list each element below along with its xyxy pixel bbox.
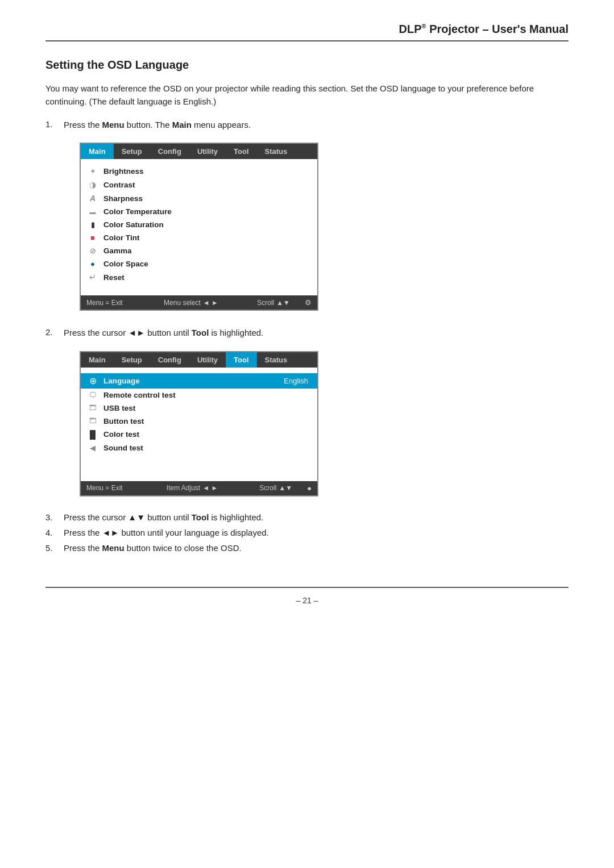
step-5-number: 5. [45,543,64,553]
footer-menu-select-label-1: Menu select [164,299,201,307]
colorsat-icon [86,220,99,229]
step-1: 1. Press the Menu button. The Main menu … [45,119,569,132]
sharpness-icon [86,194,99,203]
footer-bar: – 21 – [45,587,569,605]
language-value: English [284,377,308,385]
step-4-number: 4. [45,528,64,537]
button-label: Button test [103,417,144,425]
footer-item-adjust-label-2: Item Adjust [167,484,200,492]
nav-config-1: Config [150,144,189,159]
brightness-icon [86,167,99,176]
osd-menu-2: Main Setup Config Utility Tool Status ⊕ … [80,351,318,496]
intro-text: You may want to reference the OSD on you… [45,82,569,108]
osd-row-usb: 🗔 USB test [86,402,308,415]
osd-row-remote: 🖵 Remote control test [86,389,308,402]
colorsat-label: Color Saturation [103,220,164,229]
steps-list: 1. Press the Menu button. The Main menu … [45,119,569,132]
page: DLP® Projector – User's Manual Setting t… [0,0,614,868]
remote-label: Remote control test [103,391,176,399]
colortint-icon [86,233,99,242]
header-title-text: DLP [399,23,421,35]
osd-footer-1: Menu = Exit Menu select ◄ ► Scroll ▲▼ ⚙ [81,295,317,310]
step-5: 5. Press the Menu button twice to close … [45,543,569,553]
footer-scroll-arrows-2: ▲▼ [279,484,292,492]
footer-scroll-label-1: Scroll [257,299,274,307]
footer-menu-select-1: Menu select ◄ ► [164,299,218,307]
header-bar: DLP® Projector – User's Manual [45,23,569,41]
gamma-label: Gamma [103,247,132,255]
step-2-text: Press the cursor ◄► button until Tool is… [64,327,263,340]
nav-tool-1: Tool [226,144,256,159]
footer-menu-exit-label-2: Menu = Exit [86,484,123,492]
brightness-label: Brightness [103,167,144,176]
osd-row-colortemp: Color Temperature [86,205,308,218]
osd-row-brightness: Brightness [86,165,308,178]
osd-row-soundtest: ◀ Sound test [86,441,308,454]
remote-icon: 🖵 [86,391,99,399]
osd-footer-2: Menu = Exit Item Adjust ◄ ► Scroll ▲▼ ● [81,481,317,495]
page-number: – 21 – [296,596,318,605]
footer-menu-exit-2: Menu = Exit [86,484,125,492]
osd-row-colorsat: Color Saturation [86,218,308,231]
step-3: 3. Press the cursor ▲▼ button until Tool… [45,512,569,522]
osd-row-gamma: Gamma [86,244,308,257]
nav-utility-1: Utility [189,144,226,159]
osd-row-language: ⊕ Language English [81,373,317,389]
step-5-text: Press the Menu button twice to close the… [64,543,242,553]
osd-row-button: 🗔 Button test [86,415,308,428]
nav-setup-1: Setup [114,144,150,159]
footer-scroll-label-2: Scroll [259,484,276,492]
footer-arrows-select-1: ◄ ► [203,299,218,307]
simple-steps-list: 3. Press the cursor ▲▼ button until Tool… [45,512,569,553]
osd-row-contrast: Contrast [86,178,308,191]
header-sup: ® [421,23,426,30]
nav-status-2: Status [257,352,296,368]
header-subtitle: Projector – User's Manual [426,23,569,35]
footer-scroll-2: Scroll ▲▼ [259,484,292,492]
usb-icon: 🗔 [86,404,99,412]
osd-body-1: Brightness Contrast Sharpness Color Temp… [81,159,317,295]
colortemp-label: Color Temperature [103,207,172,216]
osd-menu-1: Main Setup Config Utility Tool Status Br… [80,143,318,311]
footer-menu-exit-1: Menu = Exit [86,299,125,307]
soundtest-label: Sound test [103,444,143,452]
step-3-text: Press the cursor ▲▼ button until Tool is… [64,512,263,522]
osd-nav-1: Main Setup Config Utility Tool Status [81,144,317,159]
step-3-number: 3. [45,512,64,522]
step-1-number: 1. [45,119,64,129]
language-icon: ⊕ [86,375,99,386]
step-1-text: Press the Menu button. The Main menu app… [64,119,251,132]
footer-item-adjust-2: Item Adjust ◄ ► [167,484,218,492]
usb-label: USB test [103,404,135,412]
sharpness-label: Sharpness [103,194,143,203]
footer-arrows-adjust-2: ◄ ► [202,484,218,492]
colortemp-icon [86,208,99,215]
nav-setup-2: Setup [114,352,150,368]
gamma-icon [86,247,99,255]
colortest-label: Color test [103,430,139,439]
osd-row-colorspace: Color Space [86,257,308,270]
osd-nav-2: Main Setup Config Utility Tool Status [81,352,317,368]
contrast-label: Contrast [103,181,135,189]
contrast-icon [86,180,99,189]
nav-status-1: Status [257,144,296,159]
footer-scroll-1: Scroll ▲▼ [257,299,290,307]
nav-main-1: Main [81,144,114,159]
osd-body-2: ⊕ Language English 🖵 Remote control test… [81,368,317,481]
colortest-icon: ▐▌ [86,430,99,439]
step-4-text: Press the ◄► button until your language … [64,528,269,537]
nav-utility-2: Utility [189,352,226,368]
footer-menu-exit-label-1: Menu = Exit [86,299,123,307]
step-2: 2. Press the cursor ◄► button until Tool… [45,327,569,340]
nav-tool-2: Tool [226,352,256,368]
reset-icon [86,273,99,282]
osd-row-colortint: Color Tint [86,231,308,244]
soundtest-icon: ◀ [86,444,99,452]
nav-main-2: Main [81,352,114,368]
osd-row-reset: Reset [86,270,308,284]
colorspace-label: Color Space [103,260,148,268]
step-2-list: 2. Press the cursor ◄► button until Tool… [45,327,569,340]
button-icon: 🗔 [86,417,99,425]
step-4: 4. Press the ◄► button until your langua… [45,528,569,537]
footer-gear-icon-1: ⚙ [305,298,312,307]
